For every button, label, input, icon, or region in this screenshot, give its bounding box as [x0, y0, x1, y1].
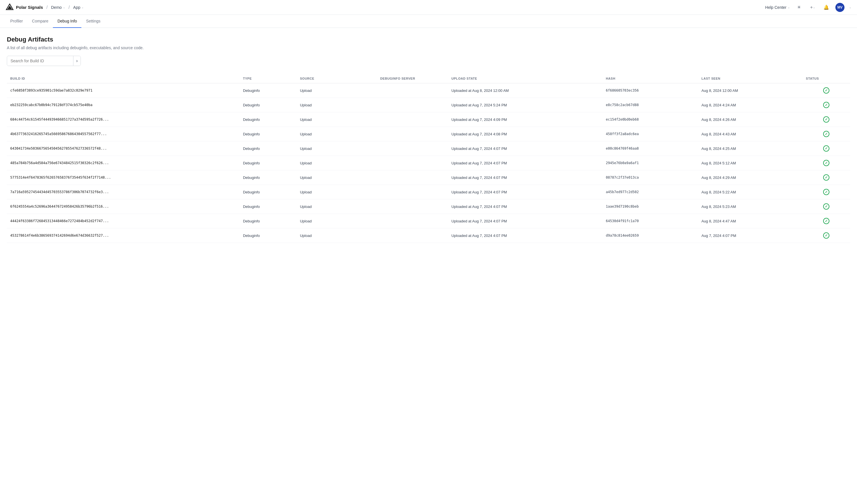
- cell-build-id: 7a716a59527454434d45703553786f306b707473…: [7, 185, 239, 199]
- cell-build-id: 4b63773632416265745a56695867686430455756…: [7, 127, 239, 141]
- cell-last-seen: Aug 8, 2024 4:24 AM: [698, 98, 802, 112]
- search-button[interactable]: ›: [73, 56, 81, 66]
- breadcrumb-demo-chevron: ⌄: [63, 6, 65, 9]
- table-row: 684c44754c61545f444939466851727a374d595a…: [7, 112, 850, 127]
- nav-tabs: Profiler Compare Debug Info Settings: [0, 15, 857, 28]
- artifacts-table: BUILD ID TYPE SOURCE DEBUGINFO SERVER UP…: [7, 74, 850, 243]
- cell-status: [802, 156, 850, 170]
- cell-debuginfo-server: [348, 185, 448, 199]
- cell-status: [802, 112, 850, 127]
- table-row: 453278614f4e6b386569374142694d6e674d3663…: [7, 228, 850, 243]
- table-row: 5775314e4f6478365f62657658376f35445f634f…: [7, 170, 850, 185]
- user-avatar[interactable]: MV: [835, 3, 844, 12]
- bell-icon: 🔔: [823, 4, 829, 10]
- cell-type: Debuginfo: [239, 170, 297, 185]
- add-button[interactable]: + ⌄: [808, 3, 817, 12]
- tab-profiler[interactable]: Profiler: [6, 15, 27, 28]
- cell-debuginfo-server: [348, 112, 448, 127]
- cell-last-seen: Aug 8, 2024 4:25 AM: [698, 141, 802, 156]
- top-bar-left: Polar Signals / Demo ⌄ / App ⌄: [6, 3, 84, 11]
- search-input[interactable]: [7, 56, 73, 65]
- cell-status: [802, 199, 850, 214]
- cell-source: Upload: [297, 228, 348, 243]
- col-status: STATUS: [802, 74, 850, 83]
- status-ok-icon: [823, 131, 829, 137]
- cell-build-id: 6f6245554a4c52696a364476724958426b35796b…: [7, 199, 239, 214]
- page-subtitle: A list of all debug artifacts including …: [7, 46, 850, 50]
- status-ok-icon: [823, 203, 829, 210]
- cell-hash: d9a78c814ee02659: [602, 228, 698, 243]
- tab-compare[interactable]: Compare: [27, 15, 53, 28]
- cell-source: Upload: [297, 156, 348, 170]
- breadcrumb-demo-label: Demo: [51, 5, 62, 10]
- col-hash: HASH: [602, 74, 698, 83]
- cell-hash: 6f686605703ec356: [602, 83, 698, 98]
- cell-type: Debuginfo: [239, 156, 297, 170]
- cell-last-seen: Aug 7, 2024 4:07 PM: [698, 228, 802, 243]
- cell-debuginfo-server: [348, 156, 448, 170]
- breadcrumb-demo[interactable]: Demo ⌄: [51, 5, 65, 10]
- cell-status: [802, 98, 850, 112]
- cell-upload-state: Uploaded at Aug 7, 2024 4:07 PM: [448, 170, 602, 185]
- search-container: ›: [7, 56, 81, 66]
- status-ok-icon: [823, 174, 829, 180]
- cell-hash: 64530d4f91fc1a70: [602, 214, 698, 228]
- top-bar: Polar Signals / Demo ⌄ / App ⌄ Help Cent…: [0, 0, 857, 15]
- cell-last-seen: Aug 8, 2024 5:22 AM: [698, 185, 802, 199]
- cell-status: [802, 127, 850, 141]
- cell-last-seen: Aug 8, 2024 4:47 AM: [698, 214, 802, 228]
- help-center-button[interactable]: Help Center ⌄: [765, 5, 790, 10]
- cell-build-id: 485a784b756a4d584a756e67434842515f30326c…: [7, 156, 239, 170]
- cell-status: [802, 185, 850, 199]
- cell-build-id: eb232259cabc67b0b94c79128df374cb575e40ba: [7, 98, 239, 112]
- cell-source: Upload: [297, 141, 348, 156]
- notifications-button[interactable]: 🔔: [822, 3, 831, 12]
- cell-debuginfo-server: [348, 214, 448, 228]
- cell-source: Upload: [297, 112, 348, 127]
- status-ok-icon: [823, 102, 829, 108]
- theme-toggle-button[interactable]: ☀: [794, 3, 804, 12]
- cell-last-seen: Aug 8, 2024 4:26 AM: [698, 112, 802, 127]
- cell-type: Debuginfo: [239, 185, 297, 199]
- table-row: 44424f63386f726845313448466e7272484b452d…: [7, 214, 850, 228]
- cell-upload-state: Uploaded at Aug 7, 2024 4:07 PM: [448, 199, 602, 214]
- cell-type: Debuginfo: [239, 228, 297, 243]
- main-content: Debug Artifacts A list of all debug arti…: [0, 28, 857, 251]
- cell-last-seen: Aug 8, 2024 5:23 AM: [698, 199, 802, 214]
- status-ok-icon: [823, 218, 829, 224]
- cell-debuginfo-server: [348, 83, 448, 98]
- cell-type: Debuginfo: [239, 83, 297, 98]
- col-type: TYPE: [239, 74, 297, 83]
- cell-hash: 08787c2f37e013ca: [602, 170, 698, 185]
- table-container: BUILD ID TYPE SOURCE DEBUGINFO SERVER UP…: [7, 74, 850, 243]
- cell-build-id: 453278614f4e6b386569374142694d6e674d3663…: [7, 228, 239, 243]
- cell-source: Upload: [297, 214, 348, 228]
- cell-last-seen: Aug 8, 2024 5:12 AM: [698, 156, 802, 170]
- table-row: 7a716a59527454434d45703553786f306b707473…: [7, 185, 850, 199]
- table-header-row: BUILD ID TYPE SOURCE DEBUGINFO SERVER UP…: [7, 74, 850, 83]
- cell-debuginfo-server: [348, 98, 448, 112]
- cell-upload-state: Uploaded at Aug 7, 2024 5:24 PM: [448, 98, 602, 112]
- tab-debug-info[interactable]: Debug Info: [53, 15, 82, 28]
- breadcrumb-app[interactable]: App ⌄: [73, 5, 84, 10]
- cell-debuginfo-server: [348, 127, 448, 141]
- cell-last-seen: Aug 8, 2024 12:00 AM: [698, 83, 802, 98]
- cell-source: Upload: [297, 83, 348, 98]
- breadcrumb-sep-2: /: [69, 5, 70, 10]
- status-ok-icon: [823, 232, 829, 239]
- col-last-seen: LAST SEEN: [698, 74, 802, 83]
- table-row: 643041734e503667565450456278554762733657…: [7, 141, 850, 156]
- page-title: Debug Artifacts: [7, 36, 850, 43]
- sun-icon: ☀: [797, 4, 801, 10]
- cell-debuginfo-server: [348, 141, 448, 156]
- plus-icon: +: [810, 5, 812, 10]
- breadcrumb-sep-1: /: [46, 5, 48, 10]
- cell-status: [802, 170, 850, 185]
- cell-type: Debuginfo: [239, 127, 297, 141]
- tab-settings[interactable]: Settings: [81, 15, 105, 28]
- cell-debuginfo-server: [348, 170, 448, 185]
- cell-hash: 2945e76b0a9a6af1: [602, 156, 698, 170]
- cell-build-id: 5775314e4f6478365f62657658376f35445f634f…: [7, 170, 239, 185]
- cell-build-id: 643041734e503667565450456278554762733657…: [7, 141, 239, 156]
- logo[interactable]: Polar Signals: [6, 3, 43, 11]
